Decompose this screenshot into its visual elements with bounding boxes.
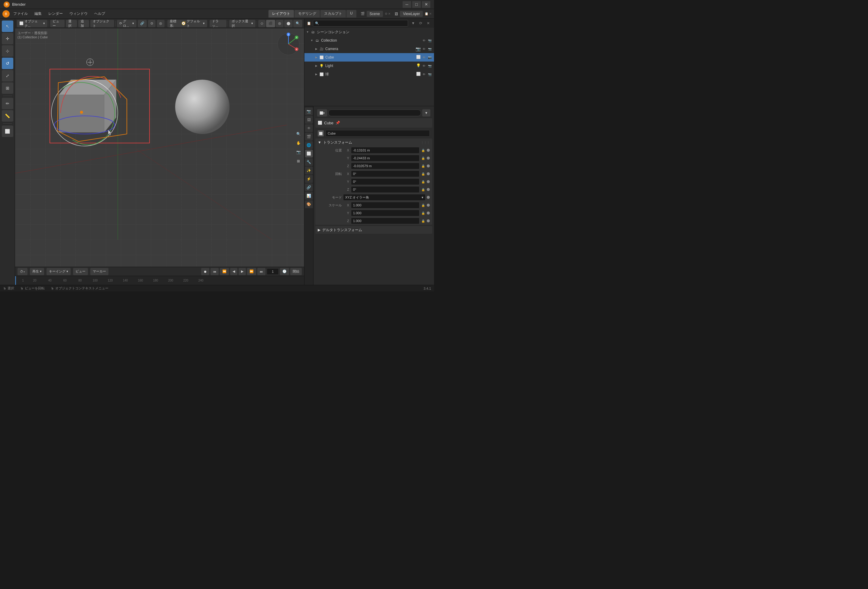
- pos-y-dot[interactable]: [427, 157, 430, 160]
- maximize-button[interactable]: □: [412, 1, 421, 8]
- proportional2-btn[interactable]: ◎: [157, 20, 165, 27]
- wireframe-btn[interactable]: ◇: [258, 20, 266, 27]
- menu-render[interactable]: レンダー: [45, 10, 66, 18]
- tree-sphere[interactable]: ▶ ⬜ 球 ⬜ 👁 📷: [304, 70, 434, 78]
- close-button[interactable]: ✕: [422, 1, 430, 8]
- tool-measure[interactable]: 📏: [2, 110, 13, 122]
- grid-tool[interactable]: ⊞: [294, 157, 302, 165]
- jump-end-btn[interactable]: ⏭: [257, 268, 266, 275]
- tree-camera[interactable]: ▶ 🎥 Camera 📷 👁 📷: [304, 45, 434, 53]
- rot-z-lock[interactable]: 🔒: [421, 187, 425, 192]
- menu-edit[interactable]: 編集: [31, 10, 45, 18]
- rot-y-lock[interactable]: 🔒: [421, 179, 425, 184]
- pos-x-value[interactable]: -0.13101 m: [351, 147, 419, 153]
- pos-y-lock[interactable]: 🔒: [421, 156, 425, 161]
- overlay-btn[interactable]: 🔍: [293, 20, 302, 27]
- start-label[interactable]: 開始: [290, 268, 302, 275]
- sync-icon[interactable]: ⟳: [418, 20, 424, 27]
- next-btn[interactable]: ⏩: [247, 268, 256, 275]
- data-props-icon[interactable]: 📊: [305, 192, 313, 200]
- pos-x-dot[interactable]: [427, 149, 430, 152]
- view-btn[interactable]: ビュー: [73, 268, 88, 275]
- tool-rotate[interactable]: ↺: [2, 57, 13, 69]
- new-icon[interactable]: ✕: [425, 20, 432, 27]
- camera-vis-icon[interactable]: 👁: [422, 46, 427, 51]
- props-filter-btn[interactable]: ▼: [422, 109, 430, 116]
- world-props-icon[interactable]: 🌐: [305, 141, 313, 149]
- tool-cursor[interactable]: ✛: [2, 33, 13, 44]
- scale-x-lock[interactable]: 🔒: [421, 203, 425, 208]
- sphere-vis-icon[interactable]: 👁: [422, 72, 427, 77]
- constraints-props-icon[interactable]: 🔗: [305, 184, 313, 191]
- record-btn[interactable]: ⏺: [201, 268, 209, 275]
- pos-x-lock[interactable]: 🔒: [421, 148, 425, 153]
- render-props-icon[interactable]: 📷: [305, 107, 313, 115]
- tree-collection[interactable]: ▼ 🗂 Collection 👁 📷: [304, 36, 434, 45]
- scale-x-dot[interactable]: [427, 204, 430, 207]
- timeline-track[interactable]: 1 20 40 60 80 100 120 140 160 180 200 22…: [15, 276, 304, 285]
- scene-props-icon[interactable]: 🎬: [305, 133, 313, 141]
- keying-btn[interactable]: キーイング ▾: [47, 268, 71, 275]
- object-props-icon[interactable]: ⬜: [305, 150, 313, 158]
- zoom-tool[interactable]: 🔍: [294, 130, 302, 138]
- rot-y-dot[interactable]: [427, 180, 430, 183]
- tool-select[interactable]: ↖: [2, 21, 13, 32]
- object-mode-btn[interactable]: ⬜ オブジェク... ▾: [17, 20, 47, 27]
- add-menu-btn[interactable]: 追加: [78, 20, 89, 27]
- filter-icon[interactable]: ▼: [410, 20, 416, 27]
- prev-btn[interactable]: ◀: [230, 268, 238, 275]
- 3d-viewport[interactable]: ユーザー・透視投影 (1) Collection | Cube: [15, 28, 304, 267]
- visible-icon[interactable]: 👁: [422, 38, 427, 43]
- transform-btn[interactable]: ⟳ グロ... ▾: [117, 20, 137, 27]
- material-props-icon[interactable]: 🎨: [305, 200, 313, 208]
- timeline-dropdown[interactable]: ⏱▾: [18, 268, 28, 275]
- scale-z-dot[interactable]: [427, 219, 430, 222]
- physics-props-icon[interactable]: ⚡: [305, 175, 313, 183]
- camera-render-icon[interactable]: 📷: [427, 46, 432, 51]
- tool-move[interactable]: ⊹: [2, 45, 13, 57]
- scale-z-value[interactable]: 1.000: [351, 218, 419, 224]
- menu-window[interactable]: ウィンドウ: [66, 10, 91, 18]
- play-btn[interactable]: 再生 ▾: [30, 268, 44, 275]
- outliner-search-input[interactable]: [313, 20, 408, 27]
- light-render-icon[interactable]: 📷: [427, 63, 432, 68]
- grab-tool[interactable]: ✋: [294, 139, 302, 147]
- blender-logo-btn[interactable]: B: [2, 10, 10, 18]
- tree-cube[interactable]: ▶ ⬜ Cube ⬜ 👁 📷: [304, 53, 434, 62]
- jump-start-btn[interactable]: ⏮: [211, 268, 218, 275]
- marker-btn[interactable]: マーカー: [90, 268, 108, 275]
- rot-y-value[interactable]: 0°: [351, 178, 419, 185]
- box-select-btn[interactable]: ボックス選択 ▾: [229, 20, 255, 27]
- viewlayer-selector[interactable]: ViewLayer: [400, 11, 423, 17]
- view-menu-btn[interactable]: ビュー: [50, 20, 64, 27]
- cube-vis-icon[interactable]: 👁: [422, 55, 427, 60]
- scale-y-dot[interactable]: [427, 212, 430, 215]
- rot-z-dot[interactable]: [427, 188, 430, 191]
- render-icon[interactable]: 📷: [427, 38, 432, 43]
- solid-btn[interactable]: ⬛: [266, 20, 275, 27]
- mode-dot[interactable]: [427, 196, 430, 199]
- object-menu-btn[interactable]: オブジェクト: [90, 20, 114, 27]
- pos-z-dot[interactable]: [427, 165, 430, 168]
- cube-render-icon[interactable]: 📷: [427, 55, 432, 60]
- play-pause-btn[interactable]: ▶: [239, 268, 246, 275]
- pin-button[interactable]: 📌: [335, 120, 341, 126]
- scale-x-value[interactable]: 1.000: [351, 202, 419, 209]
- navigation-gizmo[interactable]: Z Y X: [276, 32, 301, 56]
- material-btn[interactable]: ◎: [276, 20, 283, 27]
- modifier-props-icon[interactable]: 🔧: [305, 158, 313, 166]
- frame-counter[interactable]: 1: [267, 268, 279, 275]
- pos-z-lock[interactable]: 🔒: [421, 163, 425, 168]
- coord-system-btn[interactable]: 座標系: 🧭 デフォルト ▾: [167, 20, 207, 27]
- view-props-icon[interactable]: 👁: [305, 124, 313, 132]
- rot-z-value[interactable]: 0°: [351, 186, 419, 193]
- snap-drag-btn[interactable]: ドラッ...: [210, 20, 226, 27]
- tool-transform[interactable]: ⊞: [2, 82, 13, 94]
- rot-x-lock[interactable]: 🔒: [421, 171, 425, 176]
- rot-x-dot[interactable]: [427, 172, 430, 175]
- menu-help[interactable]: ヘルプ: [91, 10, 108, 18]
- snap-btn[interactable]: 🔗: [138, 20, 147, 27]
- tree-scene-collection[interactable]: ▼ 🗂 シーンコレクション: [304, 28, 434, 36]
- menu-file[interactable]: ファイル: [10, 10, 31, 18]
- clock-btn[interactable]: 🕐: [280, 268, 289, 275]
